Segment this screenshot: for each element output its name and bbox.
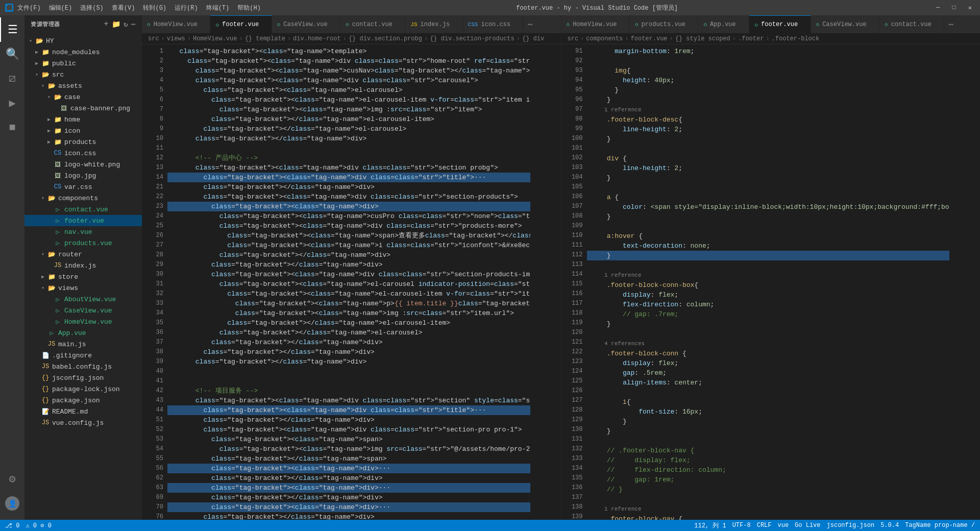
- activity-run[interactable]: ▶: [0, 91, 24, 115]
- breadcrumb-segment[interactable]: {} div.section-products: [430, 35, 514, 42]
- tagname-status[interactable]: TagName prop-name /: [905, 522, 975, 529]
- sidebar-folder[interactable]: ▾📂assets: [24, 80, 142, 91]
- sidebar-folder[interactable]: ▶📁store: [24, 271, 142, 282]
- tabs-overflow-button[interactable]: ⋯: [523, 15, 536, 33]
- sidebar-folder[interactable]: ▾📂src: [24, 69, 142, 80]
- sidebar-file[interactable]: 🖼logo.jpg: [24, 170, 142, 181]
- editor-tab[interactable]: ◇CaseView.vue✕: [272, 15, 340, 33]
- sidebar-folder[interactable]: ▶📁icon: [24, 125, 142, 136]
- activity-source-control[interactable]: ⧄: [0, 66, 24, 91]
- new-file-icon[interactable]: +: [104, 20, 109, 29]
- breadcrumb-segment[interactable]: components: [586, 35, 623, 42]
- activity-settings[interactable]: ⚙: [0, 467, 24, 491]
- breadcrumb-segment[interactable]: views: [167, 35, 185, 42]
- sidebar-folder[interactable]: ▾📂HY: [24, 35, 142, 46]
- breadcrumb-segment[interactable]: .footer-block: [772, 35, 820, 42]
- sidebar-file[interactable]: ▷nav.vue: [24, 226, 142, 237]
- line-number: 121: [561, 337, 583, 347]
- sidebar-file[interactable]: 🖼logo-white.png: [24, 159, 142, 170]
- code-text: class="tag-bracket"><class="tag-name">el…: [172, 289, 530, 299]
- sidebar-file[interactable]: JSindex.js: [24, 260, 142, 271]
- git-branch-status[interactable]: ⎇ 0: [5, 522, 19, 529]
- sidebar-file[interactable]: CSvar.css: [24, 181, 142, 192]
- sidebar-file[interactable]: JSmain.js: [24, 339, 142, 350]
- sidebar-folder[interactable]: ▾📂views: [24, 282, 142, 294]
- breadcrumb-segment[interactable]: src: [568, 35, 579, 42]
- sidebar-file[interactable]: ▷HomeView.vue: [24, 316, 142, 327]
- editor-tab[interactable]: ◇footer.vue✕: [749, 15, 811, 33]
- sidebar-file[interactable]: ▷CaseView.vue: [24, 305, 142, 316]
- breadcrumb-segment[interactable]: HomeView.vue: [193, 35, 237, 42]
- sidebar-file[interactable]: 🖼case-banner.png: [24, 103, 142, 114]
- collapse-all-icon[interactable]: ⋯: [131, 20, 136, 29]
- new-folder-icon[interactable]: 📁: [112, 20, 121, 29]
- line-number: 130: [561, 425, 583, 435]
- window-control[interactable]: □: [949, 4, 959, 12]
- sidebar-folder[interactable]: ▶📁public: [24, 58, 142, 69]
- menu-item[interactable]: 终端(T): [206, 4, 230, 12]
- sidebar-file[interactable]: ▷products.vue: [24, 237, 142, 249]
- sidebar-file[interactable]: 📝README.md: [24, 406, 142, 417]
- line-number: 139: [561, 512, 583, 520]
- sidebar-file[interactable]: ▷App.vue: [24, 327, 142, 339]
- editor-tab[interactable]: ◇App.vue✕: [698, 15, 749, 33]
- editor-tab[interactable]: ◇HomeView.vue✕: [561, 15, 630, 33]
- breadcrumb-separator: ›: [732, 35, 736, 42]
- sidebar-file[interactable]: JSvue.config.js: [24, 417, 142, 428]
- menu-item[interactable]: 运行(R): [175, 4, 198, 12]
- sidebar-file[interactable]: {}package-lock.json: [24, 383, 142, 395]
- jsconfig-status[interactable]: jsconfig.json: [827, 522, 875, 529]
- editor-tab[interactable]: ◇HomeView.vue✕: [142, 15, 210, 33]
- menu-item[interactable]: 选择(S): [80, 4, 104, 12]
- breadcrumb-segment[interactable]: {} div.section.probg: [349, 35, 422, 42]
- sidebar-file[interactable]: ▷footer.vue: [24, 215, 142, 226]
- sidebar-folder[interactable]: ▾📂components: [24, 192, 142, 204]
- sidebar-file[interactable]: CSicon.css: [24, 148, 142, 159]
- sidebar-file[interactable]: {}jsconfig.json: [24, 372, 142, 383]
- sidebar-file[interactable]: ▷contact.vue: [24, 204, 142, 215]
- sidebar-folder[interactable]: ▾📂case: [24, 91, 142, 103]
- breadcrumb-segment[interactable]: div.home-root: [293, 35, 341, 42]
- sidebar-file[interactable]: 📄.gitignore: [24, 350, 142, 361]
- editor-tab[interactable]: CSSicon.css✕: [463, 15, 524, 33]
- window-control[interactable]: ✕: [965, 4, 975, 12]
- refresh-icon[interactable]: ↻: [124, 20, 128, 29]
- editor-tab[interactable]: ◇CaseView.vue✕: [811, 15, 879, 33]
- menu-item[interactable]: 帮助(H): [237, 4, 261, 12]
- activity-search[interactable]: 🔍: [0, 42, 24, 66]
- editor-tab[interactable]: ◇contact.vue✕: [879, 15, 944, 33]
- sidebar-folder[interactable]: ▾📂router: [24, 249, 142, 260]
- activity-explorer[interactable]: ☰: [0, 17, 24, 42]
- menu-item[interactable]: 查看(V): [112, 4, 135, 12]
- editor-tab[interactable]: ◇footer.vue✕: [210, 15, 272, 33]
- sidebar-folder[interactable]: ▶📁node_modules: [24, 46, 142, 58]
- breadcrumb-segment[interactable]: .footer: [738, 35, 764, 42]
- window-control[interactable]: ─: [933, 4, 943, 12]
- menu-item[interactable]: 编辑(E): [49, 4, 72, 12]
- language-status[interactable]: vue: [778, 522, 789, 529]
- editor-tab[interactable]: ◇contact.vue✕: [340, 15, 405, 33]
- sidebar-file[interactable]: JSbabel.config.js: [24, 361, 142, 372]
- sidebar-folder[interactable]: ▶📁home: [24, 114, 142, 125]
- editor-tab[interactable]: JSindex.js✕: [405, 15, 462, 33]
- cursor-position[interactable]: 112, 列 1: [694, 521, 726, 530]
- breadcrumb-segment[interactable]: {} div: [522, 35, 544, 42]
- breadcrumb-segment[interactable]: {} style scoped: [675, 35, 730, 42]
- code-line: class="tag-bracket"><class="tag-name">im…: [167, 444, 530, 454]
- menu-item[interactable]: 文件(F): [17, 4, 41, 12]
- sidebar-file[interactable]: ▷AboutView.vue: [24, 294, 142, 305]
- editor-tab[interactable]: ◇products.vue✕: [630, 15, 698, 33]
- activity-extensions[interactable]: ■: [0, 115, 24, 140]
- breadcrumb-segment[interactable]: src: [148, 35, 159, 42]
- line-ending-status[interactable]: CRLF: [757, 522, 772, 529]
- sidebar-file[interactable]: {}package.json: [24, 395, 142, 406]
- sidebar-folder[interactable]: ▶📁products: [24, 136, 142, 148]
- encoding-status[interactable]: UTF-8: [732, 522, 751, 529]
- error-warning-status[interactable]: ⚠ 0 ⊘ 0: [26, 522, 51, 529]
- breadcrumb-segment[interactable]: {} template: [245, 35, 285, 42]
- tabs-overflow-button[interactable]: ⋯: [944, 15, 958, 33]
- live-server-status[interactable]: Go Live: [795, 522, 820, 529]
- avatar[interactable]: 👤: [0, 491, 24, 516]
- menu-item[interactable]: 转到(G): [143, 4, 166, 12]
- breadcrumb-segment[interactable]: footer.vue: [631, 35, 668, 42]
